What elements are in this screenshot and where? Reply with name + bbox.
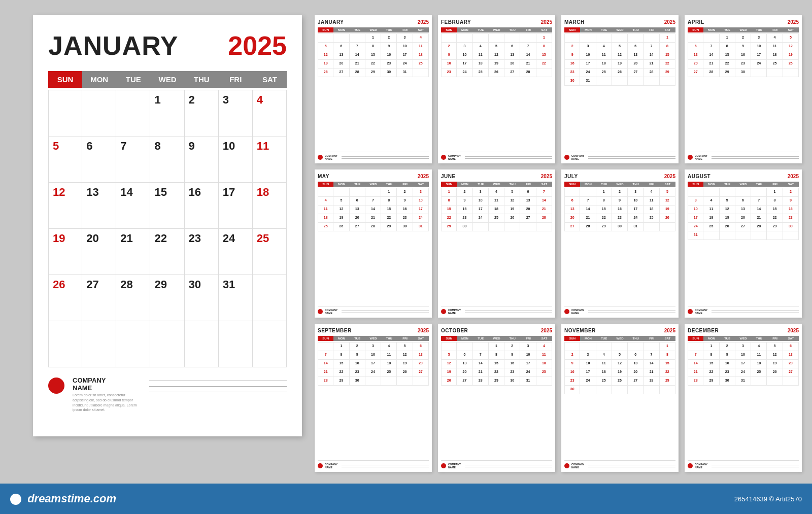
- small-day-cell: [489, 223, 504, 231]
- main-week-row: 19202122232425: [48, 228, 287, 275]
- small-day-cell: 3: [580, 351, 596, 359]
- small-day-cell: 6: [688, 43, 703, 51]
- small-day-cell: [350, 34, 365, 42]
- small-year: 2025: [418, 174, 429, 179]
- small-dow-cell: FRI: [644, 182, 659, 187]
- small-day-cell: 19: [612, 60, 628, 68]
- small-day-cell: 5: [612, 351, 628, 359]
- small-day-cell: 29: [703, 377, 719, 385]
- small-weeks: 1234567891011121314151617181920212223242…: [318, 342, 429, 458]
- small-day-cell: [688, 342, 703, 351]
- small-dow-cell: SAT: [413, 336, 429, 341]
- small-day-cell: 21: [473, 368, 489, 376]
- small-day-cell: 13: [504, 51, 520, 59]
- small-day-cell: 16: [397, 205, 413, 214]
- small-footer-line: [588, 156, 675, 157]
- small-day-cell: 17: [457, 60, 472, 68]
- small-day-cell: 24: [365, 368, 381, 376]
- small-day-cell: 17: [688, 214, 703, 222]
- small-day-cell: 22: [365, 60, 381, 68]
- small-footer: COMPANYNAME: [441, 460, 552, 469]
- main-day-cell: 4: [253, 90, 287, 136]
- main-day-cell: 14: [116, 183, 150, 228]
- small-day-cell: [783, 68, 799, 77]
- small-day-cell: 20: [688, 60, 703, 68]
- small-weeks: 1234567891011121314151617181920212223242…: [441, 188, 552, 304]
- small-day-cell: [441, 342, 457, 351]
- small-day-cell: 21: [365, 214, 381, 222]
- main-week-row: [48, 321, 287, 367]
- small-day-cell: 25: [751, 368, 767, 376]
- small-day-cell: 26: [783, 60, 799, 68]
- small-dow-cell: TUE: [350, 27, 365, 32]
- small-day-cell: 3: [520, 342, 536, 351]
- small-day-cell: 26: [767, 368, 783, 376]
- small-day-cell: 7: [580, 197, 596, 205]
- small-day-cell: 7: [703, 43, 719, 51]
- small-day-cell: 3: [365, 342, 381, 351]
- small-dow-cell: MON: [333, 27, 349, 32]
- small-day-cell: 3: [473, 188, 489, 196]
- small-year: 2025: [788, 328, 799, 333]
- small-week-row: 3456789: [688, 196, 799, 205]
- small-day-cell: 15: [489, 360, 504, 368]
- small-day-cell: 23: [504, 368, 520, 376]
- small-day-cell: 24: [473, 214, 489, 222]
- small-day-cell: 25: [644, 214, 659, 222]
- main-day-cell: 21: [116, 229, 150, 275]
- main-day-cell: [48, 90, 82, 136]
- small-dow-cell: THU: [751, 336, 767, 341]
- small-day-cell: [520, 34, 536, 42]
- small-day-cell: 26: [504, 214, 520, 222]
- small-dow-cell: FRI: [644, 336, 659, 341]
- small-day-cell: 28: [365, 223, 381, 231]
- small-month-name: NOVEMBER: [564, 328, 596, 333]
- small-day-cell: 30: [735, 68, 751, 77]
- small-day-cell: 26: [660, 214, 675, 222]
- main-day-cell: 19: [48, 229, 82, 275]
- small-company-logo: [688, 309, 693, 314]
- small-calendar-october: OCTOBER2025SUNMONTUEWEDTHUFRISAT12345678…: [438, 324, 555, 472]
- small-day-cell: 18: [767, 51, 783, 59]
- small-day-cell: 15: [536, 51, 552, 59]
- small-company-logo: [318, 309, 323, 314]
- small-footer-line: [465, 313, 552, 313]
- small-day-cell: [350, 188, 365, 196]
- small-day-cell: 14: [473, 360, 489, 368]
- small-day-cell: 17: [580, 368, 596, 376]
- small-footer: COMPANYNAME: [441, 152, 552, 160]
- small-day-cell: [413, 377, 429, 385]
- small-footer-line: [342, 311, 429, 311]
- small-day-cell: [596, 386, 612, 394]
- small-day-cell: 12: [397, 351, 413, 359]
- main-day-cell: 24: [219, 229, 253, 275]
- small-day-cell: 15: [660, 360, 675, 368]
- small-company-text: COMPANYNAME: [695, 154, 707, 160]
- small-day-cell: 16: [504, 360, 520, 368]
- small-day-cell: 20: [457, 368, 472, 376]
- small-day-cell: 27: [735, 223, 751, 231]
- main-day-cell: 12: [48, 183, 82, 228]
- small-dow-cell: FRI: [767, 182, 783, 187]
- small-day-cell: 6: [564, 197, 580, 205]
- small-footer: COMPANYNAME: [688, 306, 799, 315]
- small-day-cell: 12: [333, 205, 349, 214]
- small-day-cell: 17: [735, 360, 751, 368]
- small-week-row: 19202122232425: [318, 59, 429, 68]
- footer-line-1: [149, 381, 287, 381]
- small-day-cell: [365, 188, 381, 196]
- main-day-cell: 1: [150, 90, 184, 136]
- small-day-cell: 23: [457, 214, 472, 222]
- small-company-logo: [318, 463, 323, 468]
- small-dow-row: SUNMONTUEWEDTHUFRISAT: [441, 336, 552, 341]
- small-day-cell: 28: [644, 377, 659, 385]
- small-dow-cell: SAT: [536, 336, 552, 341]
- small-dow-cell: MON: [703, 27, 719, 32]
- small-week-row: 16171819202122: [564, 368, 675, 376]
- small-day-cell: 20: [504, 60, 520, 68]
- small-day-cell: 19: [767, 360, 783, 368]
- small-dow-cell: SAT: [660, 336, 675, 341]
- small-dow-cell: WED: [365, 336, 381, 341]
- small-weeks: 1234567891011121314151617181920212223242…: [441, 342, 552, 458]
- small-day-cell: 26: [318, 68, 333, 77]
